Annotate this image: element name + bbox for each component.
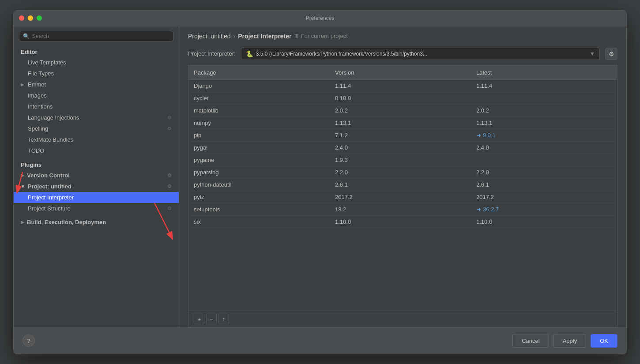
sidebar-item-images[interactable]: Images xyxy=(14,90,179,101)
interpreter-label: Project Interpreter: xyxy=(188,50,236,57)
add-package-button[interactable]: + xyxy=(194,314,204,324)
cell-package: matplotlib xyxy=(188,105,330,116)
maximize-button[interactable] xyxy=(37,15,42,21)
minimize-button[interactable] xyxy=(28,15,33,21)
help-button[interactable]: ? xyxy=(23,334,35,347)
settings-icon: ⚙ xyxy=(167,126,172,131)
sidebar-item-textmate[interactable]: TextMate Bundles xyxy=(14,134,179,145)
project-interpreter-item-container: Project Interpreter xyxy=(14,192,179,203)
sidebar-item-language-injections[interactable]: Language Injections ⚙ xyxy=(14,112,179,123)
breadcrumb-prefix: Project: untitled xyxy=(188,33,231,40)
sidebar: 🔍 Editor Live Templates File Types Emmet… xyxy=(14,26,179,327)
cell-version: 1.9.3 xyxy=(330,154,471,166)
cell-package: pytz xyxy=(188,191,330,203)
cell-package: pip xyxy=(188,129,330,141)
interpreter-select[interactable]: 🐍 3.5.0 (/Library/Frameworks/Python.fram… xyxy=(241,48,600,60)
pin-icon: ⊞ xyxy=(294,33,298,39)
cell-package: pyparsing xyxy=(188,166,330,178)
cell-latest: 1.11.4 xyxy=(471,80,617,92)
column-header-latest: Latest xyxy=(471,66,617,79)
table-row[interactable]: pygal2.4.02.4.0 xyxy=(188,142,617,154)
cell-latest: 2.4.0 xyxy=(471,142,617,154)
cell-latest: 1.10.0 xyxy=(471,216,617,228)
cell-version: 2.6.1 xyxy=(330,179,471,191)
interpreter-select-text: 🐍 3.5.0 (/Library/Frameworks/Python.fram… xyxy=(246,50,427,57)
cell-package: pygame xyxy=(188,154,330,166)
sidebar-item-file-types[interactable]: File Types xyxy=(14,68,179,79)
python-icon: 🐍 xyxy=(246,50,253,57)
gear-button[interactable]: ⚙ xyxy=(605,48,617,60)
cell-version: 2.0.2 xyxy=(330,105,471,116)
table-row[interactable]: cycler0.10.0 xyxy=(188,92,617,105)
settings-icon: ⚙ xyxy=(167,206,172,211)
table-row[interactable]: python-dateutil2.6.12.6.1 xyxy=(188,179,617,191)
build-execution-label: Build, Execution, Deploymen xyxy=(27,219,106,225)
table-row[interactable]: pygame1.9.3 xyxy=(188,154,617,166)
search-box: 🔍 xyxy=(19,31,173,41)
sidebar-item-live-templates[interactable]: Live Templates xyxy=(14,57,179,68)
cell-version: 18.2 xyxy=(330,203,471,215)
expand-arrow-down: ▼ xyxy=(21,184,25,189)
search-icon: 🔍 xyxy=(23,33,30,39)
table-row[interactable]: pip7.1.2➜ 9.0.1 xyxy=(188,129,617,142)
cell-version: 1.13.1 xyxy=(330,117,471,129)
sidebar-section-plugins: Plugins xyxy=(14,159,179,170)
cell-latest: ➜ 36.2.7 xyxy=(471,203,617,215)
sidebar-item-project-interpreter[interactable]: Project Interpreter xyxy=(14,192,179,203)
interpreter-value-text: 3.5.0 (/Library/Frameworks/Python.framew… xyxy=(256,51,427,57)
breadcrumb-current: Project Interpreter xyxy=(238,33,291,40)
table-row[interactable]: matplotlib2.0.22.0.2 xyxy=(188,105,617,117)
sidebar-item-emmet[interactable]: Emmet xyxy=(14,79,179,90)
sidebar-item-todo[interactable]: TODO xyxy=(14,145,179,156)
cell-package: cycler xyxy=(188,92,330,104)
sidebar-item-version-control[interactable]: ▶ Version Control ⚙ xyxy=(14,170,179,181)
cell-latest: 2.0.2 xyxy=(471,105,617,116)
content-pane: Project: untitled › Project Interpreter … xyxy=(179,26,626,327)
table-row[interactable]: setuptools18.2➜ 36.2.7 xyxy=(188,203,617,216)
sidebar-item-project-structure[interactable]: Project Structure ⚙ xyxy=(14,203,179,214)
breadcrumb-subtitle: For current project xyxy=(301,33,348,39)
project-section-container: ▼ Project: untitled ⚙ xyxy=(14,181,179,192)
version-control-label: Version Control xyxy=(27,172,165,179)
upgrade-package-button[interactable]: ↑ xyxy=(218,314,229,324)
cell-latest xyxy=(471,92,617,104)
interpreter-row: Project Interpreter: 🐍 3.5.0 (/Library/F… xyxy=(179,44,626,65)
table-row[interactable]: pytz2017.22017.2 xyxy=(188,191,617,203)
cell-package: Django xyxy=(188,80,330,92)
cell-package: python-dateutil xyxy=(188,179,330,191)
bottom-bar: ? Cancel Apply OK xyxy=(14,327,626,354)
table-row[interactable]: six1.10.01.10.0 xyxy=(188,216,617,228)
table-row[interactable]: Django1.11.41.11.4 xyxy=(188,80,617,92)
cell-version: 2.2.0 xyxy=(330,166,471,178)
search-input[interactable] xyxy=(32,33,169,39)
update-arrow-icon: ➜ xyxy=(476,132,481,139)
main-content: 🔍 Editor Live Templates File Types Emmet… xyxy=(14,26,626,327)
cell-version: 0.10.0 xyxy=(330,92,471,104)
remove-package-button[interactable]: − xyxy=(206,314,217,324)
table-row[interactable]: numpy1.13.11.13.1 xyxy=(188,117,617,129)
column-header-version: Version xyxy=(330,66,471,79)
sidebar-item-intentions[interactable]: Intentions xyxy=(14,101,179,112)
cell-version: 7.1.2 xyxy=(330,129,471,141)
table-body: Django1.11.41.11.4cycler0.10.0matplotlib… xyxy=(188,80,617,311)
cell-version: 1.11.4 xyxy=(330,80,471,92)
table-row[interactable]: pyparsing2.2.02.2.0 xyxy=(188,166,617,179)
expand-arrow: ▶ xyxy=(21,173,24,178)
cancel-button[interactable]: Cancel xyxy=(512,334,549,348)
cell-package: pygal xyxy=(188,142,330,154)
sidebar-item-build-execution[interactable]: ▶ Build, Execution, Deploymen xyxy=(14,217,179,228)
sidebar-item-project-untitled[interactable]: ▼ Project: untitled ⚙ xyxy=(14,181,179,192)
close-button[interactable] xyxy=(19,15,24,21)
apply-button[interactable]: Apply xyxy=(553,334,587,348)
update-arrow-icon: ➜ xyxy=(476,206,481,213)
cell-version: 2017.2 xyxy=(330,191,471,203)
language-injections-label: Language Injections xyxy=(28,114,166,121)
cell-package: setuptools xyxy=(188,203,330,215)
cell-latest: 2.6.1 xyxy=(471,179,617,191)
breadcrumb: Project: untitled › Project Interpreter … xyxy=(179,26,626,44)
ok-button[interactable]: OK xyxy=(591,334,617,348)
cell-latest: 2.2.0 xyxy=(471,166,617,178)
cell-latest: 1.13.1 xyxy=(471,117,617,129)
cell-latest xyxy=(471,154,617,166)
sidebar-item-spelling[interactable]: Spelling ⚙ xyxy=(14,123,179,134)
